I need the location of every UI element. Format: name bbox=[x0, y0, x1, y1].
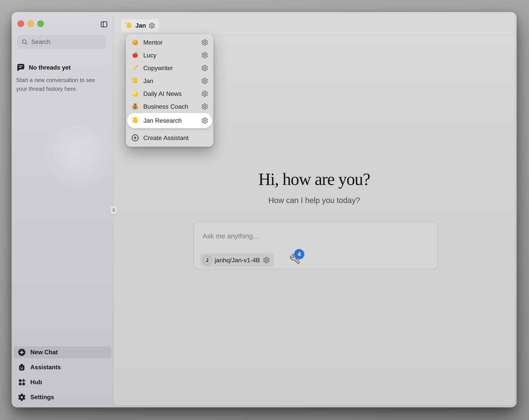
money-bag-icon bbox=[131, 102, 139, 111]
sidebar-item-settings[interactable]: Settings bbox=[13, 391, 111, 403]
sidebar-resize-handle[interactable] bbox=[110, 206, 117, 214]
app-window: Search No threads yet Start a new conver… bbox=[12, 12, 516, 407]
tools-button[interactable]: 4 bbox=[289, 253, 302, 266]
threads-empty-state: No threads yet Start a new conversation … bbox=[16, 63, 107, 93]
yellow-circle-icon bbox=[131, 90, 139, 98]
sidebar-item-new-chat[interactable]: New Chat bbox=[13, 346, 111, 358]
greeting-subtitle: How can I help you today? bbox=[114, 196, 515, 205]
assistant-selector-label: Jan bbox=[135, 22, 146, 29]
gear-icon[interactable] bbox=[201, 65, 208, 72]
desktop-background: Search No threads yet Start a new conver… bbox=[0, 0, 529, 420]
tools-count-badge: 4 bbox=[294, 249, 304, 259]
plus-circle-icon bbox=[17, 348, 26, 357]
gear-icon[interactable] bbox=[201, 90, 208, 97]
composer-placeholder: Ask me anything... bbox=[203, 232, 259, 240]
gear-icon bbox=[17, 393, 26, 402]
assistant-menu-item-lucy[interactable]: Lucy bbox=[126, 49, 213, 62]
assistant-menu-item-copywriter[interactable]: Copywriter bbox=[126, 62, 213, 74]
grip-dots-icon bbox=[111, 207, 116, 213]
greeting-title: Hi, how are you? bbox=[114, 169, 515, 189]
assistant-label: Business Coach bbox=[143, 103, 197, 110]
gear-icon bbox=[148, 22, 155, 29]
window-controls bbox=[17, 20, 44, 27]
assistant-label: Mentor bbox=[143, 39, 197, 46]
assistant-label: Jan bbox=[143, 77, 197, 85]
search-input[interactable]: Search bbox=[17, 35, 106, 49]
assistant-label: Lucy bbox=[143, 52, 197, 59]
search-placeholder: Search bbox=[31, 39, 50, 45]
sidebar-nav: New Chat Assistants Hub Settings bbox=[13, 346, 111, 403]
gear-icon[interactable] bbox=[201, 117, 208, 124]
gear-icon[interactable] bbox=[201, 103, 208, 110]
assistant-menu-item-daily-ai-news[interactable]: Daily AI News bbox=[126, 87, 213, 100]
assistant-menu-item-jan-research[interactable]: Jan Research bbox=[127, 113, 212, 128]
grid-plus-icon bbox=[17, 378, 26, 387]
toolbar: Jan bbox=[114, 14, 515, 36]
empty-state-subtitle: Start a new conversation to see your thr… bbox=[16, 76, 105, 93]
sidebar-watermark bbox=[43, 118, 113, 188]
chat-bubble-icon bbox=[16, 63, 26, 72]
sidebar-item-hub[interactable]: Hub bbox=[13, 376, 111, 388]
assistant-menu-item-jan[interactable]: Jan bbox=[126, 74, 213, 87]
assistant-label: Daily AI News bbox=[143, 90, 197, 97]
empty-state-title: No threads yet bbox=[29, 64, 71, 71]
model-avatar: J bbox=[202, 256, 212, 265]
minimize-window-button[interactable] bbox=[27, 20, 34, 27]
gear-icon[interactable] bbox=[201, 39, 208, 46]
create-assistant-label: Create Assistant bbox=[143, 134, 208, 142]
assistant-menu-item-business-coach[interactable]: Business Coach bbox=[126, 100, 213, 113]
nav-label: New Chat bbox=[30, 349, 58, 356]
assistant-label: Copywriter bbox=[143, 65, 197, 72]
search-icon bbox=[21, 39, 28, 45]
plus-circle-icon bbox=[131, 134, 139, 142]
gear-icon[interactable] bbox=[201, 52, 208, 59]
create-assistant-button[interactable]: Create Assistant bbox=[126, 131, 213, 144]
pencil-icon bbox=[131, 64, 139, 72]
gear-icon bbox=[263, 257, 270, 264]
sidebar-toggle-icon bbox=[100, 20, 108, 28]
waving-hand-icon bbox=[131, 116, 139, 125]
assistant-menu: Mentor Lucy Copywriter Jan Daily AI News bbox=[126, 34, 213, 147]
assistant-selector-button[interactable]: Jan bbox=[121, 19, 159, 32]
menu-divider bbox=[126, 130, 213, 130]
orange-circle-icon bbox=[131, 38, 139, 46]
model-name: janhq/Jan-v1-4B bbox=[215, 257, 260, 264]
assistant-menu-item-mentor[interactable]: Mentor bbox=[126, 36, 213, 49]
red-apple-icon bbox=[131, 51, 139, 59]
nav-label: Settings bbox=[30, 394, 54, 401]
close-window-button[interactable] bbox=[17, 20, 24, 27]
chat-composer-input[interactable]: Ask me anything... J janhq/Jan-v1-4B 4 bbox=[193, 222, 438, 269]
nav-label: Assistants bbox=[30, 364, 61, 371]
nav-label: Hub bbox=[30, 379, 42, 386]
sidebar-item-assistants[interactable]: Assistants bbox=[13, 361, 111, 373]
sidebar-toggle-button[interactable] bbox=[100, 20, 108, 29]
assistant-label: Jan Research bbox=[143, 117, 197, 124]
waving-hand-icon bbox=[125, 22, 133, 29]
model-selector-button[interactable]: J janhq/Jan-v1-4B bbox=[200, 253, 274, 267]
waving-hand-icon bbox=[131, 77, 139, 85]
assistant-robot-icon bbox=[17, 363, 26, 372]
gear-icon[interactable] bbox=[201, 77, 208, 84]
zoom-window-button[interactable] bbox=[37, 20, 44, 27]
